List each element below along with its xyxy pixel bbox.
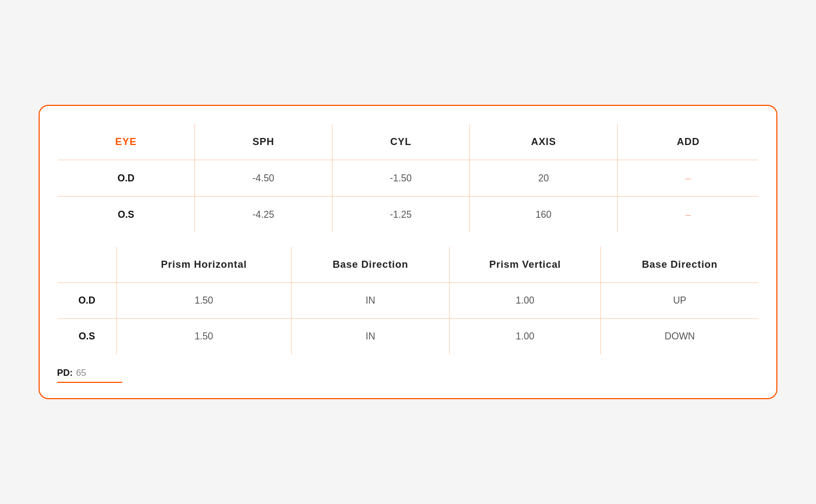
prism-col-v: Prism Vertical — [449, 247, 601, 283]
os-label: O.S — [58, 197, 195, 233]
prism-table-wrapper: Prism Horizontal Base Direction Prism Ve… — [57, 246, 759, 355]
prism-od-label: O.D — [58, 283, 117, 319]
col-axis: AXIS — [469, 124, 618, 160]
main-table-wrapper: EYE SPH CYL AXIS ADD O.D -4.50 -1.50 20 … — [57, 123, 759, 233]
pd-value: 65 — [76, 368, 86, 379]
prism-col-base-h: Base Direction — [292, 247, 450, 283]
od-cyl: -1.50 — [332, 160, 469, 197]
prism-os-base-h: IN — [292, 319, 450, 355]
prism-table: Prism Horizontal Base Direction Prism Ve… — [57, 246, 759, 355]
prism-os-v: 1.00 — [449, 319, 601, 355]
od-axis: 20 — [469, 160, 618, 197]
prism-od-base-v: UP — [601, 283, 759, 319]
main-prescription-table: EYE SPH CYL AXIS ADD O.D -4.50 -1.50 20 … — [57, 123, 759, 233]
od-add: – — [618, 160, 759, 197]
prism-od-v: 1.00 — [449, 283, 601, 319]
prism-col-eye — [58, 247, 117, 283]
col-eye: EYE — [58, 124, 195, 160]
os-add: – — [618, 197, 759, 233]
prism-col-h: Prism Horizontal — [116, 247, 291, 283]
prescription-card: EYE SPH CYL AXIS ADD O.D -4.50 -1.50 20 … — [39, 105, 777, 399]
table-row: O.D -4.50 -1.50 20 – — [58, 160, 759, 197]
os-cyl: -1.25 — [332, 197, 469, 233]
pd-section: PD: 65 — [57, 368, 122, 383]
prism-os-label: O.S — [58, 319, 117, 355]
od-label: O.D — [58, 160, 195, 197]
od-sph: -4.50 — [194, 160, 332, 197]
os-axis: 160 — [469, 197, 618, 233]
table-row: O.D 1.50 IN 1.00 UP — [58, 283, 759, 319]
pd-label: PD: — [57, 368, 73, 379]
prism-col-base-v: Base Direction — [601, 247, 759, 283]
prism-os-base-v: DOWN — [601, 319, 759, 355]
col-add: ADD — [618, 124, 759, 160]
prism-od-h: 1.50 — [116, 283, 291, 319]
prism-od-base-h: IN — [292, 283, 450, 319]
table-row: O.S -4.25 -1.25 160 – — [58, 197, 759, 233]
prism-os-h: 1.50 — [116, 319, 291, 355]
col-sph: SPH — [194, 124, 332, 160]
os-sph: -4.25 — [194, 197, 332, 233]
table-row: O.S 1.50 IN 1.00 DOWN — [58, 319, 759, 355]
col-cyl: CYL — [332, 124, 469, 160]
